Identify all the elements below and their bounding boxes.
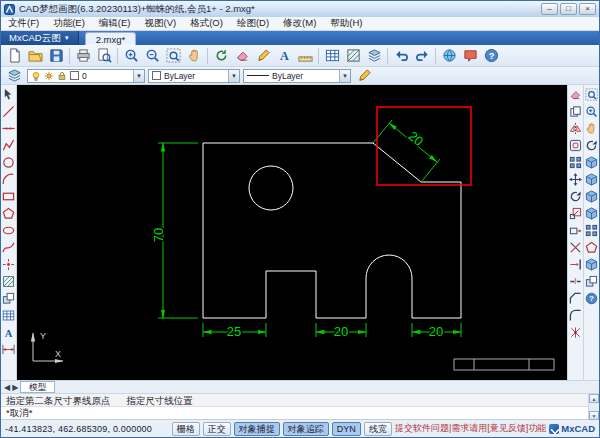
settings-button[interactable] (584, 290, 600, 307)
move-tool-button[interactable] (568, 171, 584, 188)
view-top-button[interactable] (584, 154, 600, 171)
lineweight-toggle[interactable]: 线宽 (364, 422, 392, 436)
redo-button[interactable] (412, 46, 432, 65)
point-tool-button[interactable] (1, 256, 17, 273)
part-hole-circle[interactable] (249, 166, 293, 210)
stretch-tool-button[interactable] (568, 222, 584, 239)
zoom-extents-button[interactable] (163, 46, 183, 65)
arc-tool-button[interactable] (1, 171, 17, 188)
text-tool-button[interactable] (1, 324, 17, 341)
maximize-button[interactable]: □ (560, 3, 577, 15)
erase-button[interactable] (232, 46, 252, 65)
circle-tool-button[interactable] (1, 154, 17, 171)
edit-properties-button[interactable] (354, 66, 374, 85)
website-button[interactable] (439, 46, 459, 65)
highlight-rectangle[interactable] (377, 107, 471, 185)
command-scrollbar[interactable]: ▲ ▼ (588, 394, 599, 420)
color-select[interactable]: ByLayer ▼ (148, 69, 240, 83)
break-tool-button[interactable] (568, 273, 584, 290)
scroll-up-icon[interactable]: ▲ (589, 394, 599, 403)
osnap-toggle[interactable]: 对象捕捉 (234, 422, 280, 436)
pan-button[interactable] (184, 46, 204, 65)
menu-help[interactable]: 帮助(H) (323, 17, 369, 30)
chamfer-tool-button[interactable] (568, 290, 584, 307)
layers-button[interactable] (364, 46, 384, 65)
menu-edit[interactable]: 编辑(E) (92, 17, 138, 30)
table-tool-button[interactable] (1, 307, 17, 324)
document-tab[interactable]: 2.mxg* (85, 32, 137, 45)
scale-tool-button[interactable] (568, 205, 584, 222)
tab-model[interactable]: 模型 (20, 381, 55, 393)
print-button[interactable] (73, 46, 93, 65)
prev-layout-icon[interactable]: ◀ (4, 383, 10, 392)
scroll-down-icon[interactable]: ▼ (589, 411, 599, 420)
view-front-button[interactable] (584, 171, 600, 188)
orbit-button[interactable] (584, 137, 600, 154)
fillet-tool-button[interactable] (568, 307, 584, 324)
layer-manager-button[interactable] (4, 66, 24, 85)
chevron-down-icon[interactable]: ▼ (228, 70, 239, 82)
command-line-panel[interactable]: 指定第二条尺寸界线原点 指定尺寸线位置 *取消* ▲ ▼ (1, 393, 599, 419)
offset-tool-button[interactable] (568, 137, 584, 154)
explode-tool-button[interactable] (568, 324, 584, 341)
view-iso-button[interactable] (584, 205, 600, 222)
layer-select[interactable]: 0 ▼ (27, 69, 145, 83)
xline-tool-button[interactable] (1, 120, 17, 137)
rectangle-tool-button[interactable] (1, 188, 17, 205)
about-button[interactable] (481, 46, 501, 65)
zoom-in-button[interactable] (121, 46, 141, 65)
render-button[interactable] (584, 256, 600, 273)
save-button[interactable] (46, 46, 66, 65)
polygon-tool-button[interactable] (1, 205, 17, 222)
menu-view[interactable]: 视图(V) (137, 17, 183, 30)
mxcad-cloud-button[interactable]: MxCAD云图 ▼ (1, 31, 79, 45)
linetype-select[interactable]: ByLayer ▼ (243, 69, 351, 83)
part-outline[interactable] (203, 143, 461, 318)
trim-tool-button[interactable] (568, 239, 584, 256)
print-preview-button[interactable] (94, 46, 114, 65)
zoom-dynamic-button[interactable] (584, 103, 600, 120)
command-input-line[interactable]: *取消* (1, 407, 599, 420)
new-button[interactable] (4, 46, 24, 65)
menu-file[interactable]: 文件(F) (1, 17, 46, 30)
measure-button[interactable] (295, 46, 315, 65)
minimize-button[interactable]: – (541, 3, 558, 15)
polyline-tool-button[interactable] (1, 137, 17, 154)
shade-button[interactable] (584, 222, 600, 239)
close-button[interactable]: × (579, 3, 596, 15)
hatch-tool-button[interactable] (1, 273, 17, 290)
block-tool-button[interactable] (1, 290, 17, 307)
camera-button[interactable] (584, 273, 600, 290)
otrack-toggle[interactable]: 对象追踪 (283, 422, 329, 436)
menu-format[interactable]: 格式(O) (183, 17, 230, 30)
next-layout-icon[interactable]: ▶ (12, 383, 18, 392)
regen-button[interactable] (211, 46, 231, 65)
ellipse-tool-button[interactable] (1, 222, 17, 239)
zoom-window-button[interactable] (584, 86, 600, 103)
draw-button[interactable] (253, 46, 273, 65)
drawing-canvas[interactable]: 70 25 20 (17, 85, 567, 380)
menu-modify[interactable]: 修改(M) (276, 17, 323, 30)
chevron-down-icon[interactable]: ▼ (339, 70, 350, 82)
extend-tool-button[interactable] (568, 256, 584, 273)
line-tool-button[interactable] (1, 103, 17, 120)
grid-toggle[interactable]: 栅格 (172, 422, 200, 436)
pan-view-button[interactable] (584, 120, 600, 137)
dyn-toggle[interactable]: DYN (332, 422, 361, 436)
wireframe-button[interactable] (584, 239, 600, 256)
chevron-down-icon[interactable]: ▼ (133, 70, 144, 82)
rotate-tool-button[interactable] (568, 188, 584, 205)
dimension-tool-button[interactable] (1, 341, 17, 358)
hatch-button[interactable] (343, 46, 363, 65)
mirror-tool-button[interactable] (568, 120, 584, 137)
open-button[interactable] (25, 46, 45, 65)
feedback-message[interactable]: 提交软件问题|需求请用[意见反馈]功能 (395, 422, 546, 435)
feedback-button[interactable] (460, 46, 480, 65)
menu-draw[interactable]: 绘图(D) (230, 17, 276, 30)
view-left-button[interactable] (584, 188, 600, 205)
array-tool-button[interactable] (568, 154, 584, 171)
text-button[interactable] (274, 46, 294, 65)
ortho-toggle[interactable]: 正交 (203, 422, 231, 436)
erase-tool-button[interactable] (568, 86, 584, 103)
menu-function[interactable]: 功能(E) (46, 17, 92, 30)
